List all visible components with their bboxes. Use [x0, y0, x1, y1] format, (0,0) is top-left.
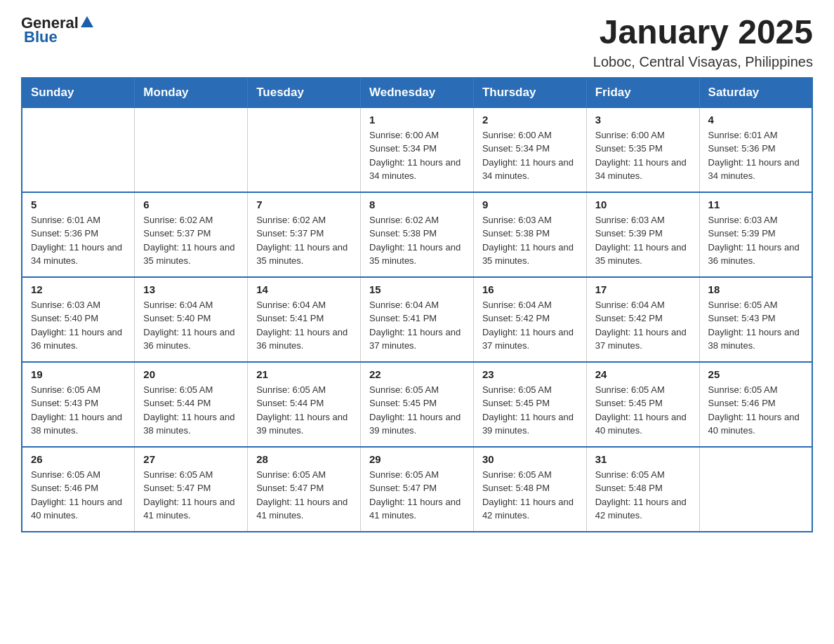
day-info: Sunrise: 6:05 AMSunset: 5:46 PMDaylight:… [31, 468, 126, 523]
day-info: Sunrise: 6:02 AMSunset: 5:38 PMDaylight:… [369, 213, 465, 268]
calendar-cell: 28Sunrise: 6:05 AMSunset: 5:47 PMDayligh… [248, 447, 361, 532]
day-info: Sunrise: 6:00 AMSunset: 5:34 PMDaylight:… [482, 128, 578, 183]
day-number: 15 [369, 283, 465, 295]
calendar-cell: 22Sunrise: 6:05 AMSunset: 5:45 PMDayligh… [361, 362, 474, 447]
day-info: Sunrise: 6:05 AMSunset: 5:47 PMDaylight:… [369, 468, 465, 523]
calendar-cell: 20Sunrise: 6:05 AMSunset: 5:44 PMDayligh… [135, 362, 248, 447]
day-info: Sunrise: 6:05 AMSunset: 5:48 PMDaylight:… [595, 468, 691, 523]
calendar-cell: 10Sunrise: 6:03 AMSunset: 5:39 PMDayligh… [586, 192, 699, 277]
weekday-header-friday: Friday [586, 78, 699, 107]
calendar-cell: 24Sunrise: 6:05 AMSunset: 5:45 PMDayligh… [586, 362, 699, 447]
weekday-header-thursday: Thursday [473, 78, 586, 107]
day-number: 12 [31, 283, 126, 295]
calendar-cell: 16Sunrise: 6:04 AMSunset: 5:42 PMDayligh… [473, 277, 586, 362]
day-number: 14 [256, 283, 352, 295]
day-info: Sunrise: 6:04 AMSunset: 5:42 PMDaylight:… [482, 298, 578, 353]
calendar-cell: 7Sunrise: 6:02 AMSunset: 5:37 PMDaylight… [248, 192, 361, 277]
day-number: 21 [256, 368, 352, 380]
weekday-header-monday: Monday [135, 78, 248, 107]
calendar-cell: 19Sunrise: 6:05 AMSunset: 5:43 PMDayligh… [22, 362, 135, 447]
day-number: 19 [31, 368, 126, 380]
day-number: 24 [595, 368, 691, 380]
day-info: Sunrise: 6:02 AMSunset: 5:37 PMDaylight:… [143, 213, 239, 268]
day-info: Sunrise: 6:05 AMSunset: 5:46 PMDaylight:… [708, 383, 803, 438]
calendar-cell [135, 107, 248, 192]
day-number: 29 [369, 453, 465, 465]
calendar-week-row: 12Sunrise: 6:03 AMSunset: 5:40 PMDayligh… [22, 277, 812, 362]
logo: General Blue [21, 14, 93, 46]
day-number: 13 [143, 283, 239, 295]
day-number: 30 [482, 453, 578, 465]
calendar-cell: 23Sunrise: 6:05 AMSunset: 5:45 PMDayligh… [473, 362, 586, 447]
calendar-cell: 18Sunrise: 6:05 AMSunset: 5:43 PMDayligh… [699, 277, 812, 362]
day-info: Sunrise: 6:04 AMSunset: 5:41 PMDaylight:… [256, 298, 352, 353]
calendar-header-row: SundayMondayTuesdayWednesdayThursdayFrid… [22, 78, 812, 107]
location-subtitle: Loboc, Central Visayas, Philippines [593, 54, 813, 70]
day-number: 31 [595, 453, 691, 465]
day-number: 17 [595, 283, 691, 295]
day-number: 11 [708, 199, 803, 210]
day-number: 8 [369, 199, 465, 210]
calendar-week-row: 5Sunrise: 6:01 AMSunset: 5:36 PMDaylight… [22, 192, 812, 277]
day-number: 10 [595, 199, 691, 210]
calendar-cell: 17Sunrise: 6:04 AMSunset: 5:42 PMDayligh… [586, 277, 699, 362]
weekday-header-tuesday: Tuesday [248, 78, 361, 107]
weekday-header-wednesday: Wednesday [361, 78, 474, 107]
day-info: Sunrise: 6:03 AMSunset: 5:40 PMDaylight:… [31, 298, 126, 353]
day-info: Sunrise: 6:04 AMSunset: 5:41 PMDaylight:… [369, 298, 465, 353]
day-number: 3 [595, 114, 691, 126]
calendar-cell [248, 107, 361, 192]
weekday-header-saturday: Saturday [699, 78, 812, 107]
day-info: Sunrise: 6:05 AMSunset: 5:47 PMDaylight:… [143, 468, 239, 523]
calendar-cell: 1Sunrise: 6:00 AMSunset: 5:34 PMDaylight… [361, 107, 474, 192]
calendar-cell: 11Sunrise: 6:03 AMSunset: 5:39 PMDayligh… [699, 192, 812, 277]
calendar-cell: 15Sunrise: 6:04 AMSunset: 5:41 PMDayligh… [361, 277, 474, 362]
day-number: 22 [369, 368, 465, 380]
calendar-cell [699, 447, 812, 532]
day-info: Sunrise: 6:05 AMSunset: 5:43 PMDaylight:… [31, 383, 126, 438]
day-info: Sunrise: 6:00 AMSunset: 5:35 PMDaylight:… [595, 128, 691, 183]
day-number: 4 [708, 114, 803, 126]
calendar-cell: 27Sunrise: 6:05 AMSunset: 5:47 PMDayligh… [135, 447, 248, 532]
day-info: Sunrise: 6:04 AMSunset: 5:42 PMDaylight:… [595, 298, 691, 353]
day-number: 28 [256, 453, 352, 465]
day-info: Sunrise: 6:03 AMSunset: 5:39 PMDaylight:… [595, 213, 691, 268]
calendar-week-row: 19Sunrise: 6:05 AMSunset: 5:43 PMDayligh… [22, 362, 812, 447]
day-info: Sunrise: 6:05 AMSunset: 5:45 PMDaylight:… [482, 383, 578, 438]
day-info: Sunrise: 6:05 AMSunset: 5:48 PMDaylight:… [482, 468, 578, 523]
calendar-table: SundayMondayTuesdayWednesdayThursdayFrid… [21, 77, 813, 532]
day-info: Sunrise: 6:00 AMSunset: 5:34 PMDaylight:… [369, 128, 465, 183]
calendar-cell: 14Sunrise: 6:04 AMSunset: 5:41 PMDayligh… [248, 277, 361, 362]
title-area: January 2025 Loboc, Central Visayas, Phi… [593, 14, 813, 70]
month-title: January 2025 [593, 14, 813, 51]
weekday-header-sunday: Sunday [22, 78, 135, 107]
calendar-week-row: 26Sunrise: 6:05 AMSunset: 5:46 PMDayligh… [22, 447, 812, 532]
logo-blue-text: Blue [24, 28, 58, 46]
calendar-cell: 2Sunrise: 6:00 AMSunset: 5:34 PMDaylight… [473, 107, 586, 192]
calendar-cell: 5Sunrise: 6:01 AMSunset: 5:36 PMDaylight… [22, 192, 135, 277]
day-info: Sunrise: 6:03 AMSunset: 5:38 PMDaylight:… [482, 213, 578, 268]
calendar-week-row: 1Sunrise: 6:00 AMSunset: 5:34 PMDaylight… [22, 107, 812, 192]
calendar-cell: 26Sunrise: 6:05 AMSunset: 5:46 PMDayligh… [22, 447, 135, 532]
calendar-cell: 31Sunrise: 6:05 AMSunset: 5:48 PMDayligh… [586, 447, 699, 532]
calendar-cell: 6Sunrise: 6:02 AMSunset: 5:37 PMDaylight… [135, 192, 248, 277]
calendar-cell: 13Sunrise: 6:04 AMSunset: 5:40 PMDayligh… [135, 277, 248, 362]
day-info: Sunrise: 6:02 AMSunset: 5:37 PMDaylight:… [256, 213, 352, 268]
day-info: Sunrise: 6:03 AMSunset: 5:39 PMDaylight:… [708, 213, 803, 268]
day-number: 25 [708, 368, 803, 380]
day-info: Sunrise: 6:05 AMSunset: 5:43 PMDaylight:… [708, 298, 803, 353]
day-number: 1 [369, 114, 465, 126]
day-number: 27 [143, 453, 239, 465]
day-number: 6 [143, 199, 239, 210]
day-number: 26 [31, 453, 126, 465]
calendar-cell: 9Sunrise: 6:03 AMSunset: 5:38 PMDaylight… [473, 192, 586, 277]
calendar-cell: 4Sunrise: 6:01 AMSunset: 5:36 PMDaylight… [699, 107, 812, 192]
calendar-cell: 3Sunrise: 6:00 AMSunset: 5:35 PMDaylight… [586, 107, 699, 192]
day-info: Sunrise: 6:01 AMSunset: 5:36 PMDaylight:… [31, 213, 126, 268]
calendar-cell: 30Sunrise: 6:05 AMSunset: 5:48 PMDayligh… [473, 447, 586, 532]
day-info: Sunrise: 6:05 AMSunset: 5:45 PMDaylight:… [369, 383, 465, 438]
calendar-cell [22, 107, 135, 192]
calendar-cell: 21Sunrise: 6:05 AMSunset: 5:44 PMDayligh… [248, 362, 361, 447]
day-number: 23 [482, 368, 578, 380]
calendar-cell: 25Sunrise: 6:05 AMSunset: 5:46 PMDayligh… [699, 362, 812, 447]
